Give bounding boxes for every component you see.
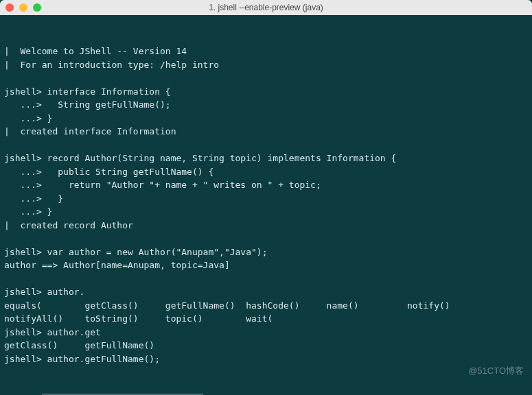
terminal-line: | Welcome to JShell -- Version 14 [4,45,528,58]
maximize-button[interactable] [33,3,41,12]
terminal-line: jshell> var author = new Author("Anupam"… [4,246,528,259]
terminal-line [4,232,528,246]
traffic-lights [5,3,41,12]
terminal-line [4,272,528,286]
window-title: 1. jshell --enable-preview (java) [209,3,323,12]
terminal-result-line: $4 ==> "Author Anupam writes on Java" [4,392,528,395]
terminal-line: jshell> author.get [4,326,528,339]
terminal-line: getClass() getFullName() [4,339,528,352]
terminal-line: | created record Author [4,219,528,232]
terminal-area[interactable]: | Welcome to JShell -- Version 14| For a… [0,15,532,395]
terminal-line [4,71,528,85]
terminal-line: ...> public String getFullName() { [4,165,528,179]
close-button[interactable] [5,3,14,12]
terminal-line: ...> String getFullName(); [4,98,528,112]
terminal-line: jshell> author.getFullName(); [4,352,528,366]
terminal-line: author ==> Author[name=Anupam, topic=Jav… [4,259,528,272]
terminal-line: jshell> record Author(String name, Strin… [4,152,528,165]
window-titlebar: 1. jshell --enable-preview (java) [0,0,532,15]
terminal-line: ...> } [4,192,528,206]
terminal-line: ...> } [4,112,528,125]
terminal-line: | created interface Information [4,125,528,139]
terminal-line [4,139,528,152]
terminal-line: jshell> interface Information { [4,85,528,99]
watermark: @51CTO博客 [468,365,524,377]
terminal-line: notifyAll() toString() topic() wait( [4,312,528,326]
terminal-line: ...> return "Author "+ name + " writes o… [4,178,528,192]
minimize-button[interactable] [19,3,27,12]
terminal-line: ...> } [4,205,528,219]
terminal-line: | For an introduction type: /help intro [4,58,528,72]
terminal-line: equals( getClass() getFullName() hashCod… [4,299,528,313]
terminal-line: jshell> author. [4,285,528,299]
